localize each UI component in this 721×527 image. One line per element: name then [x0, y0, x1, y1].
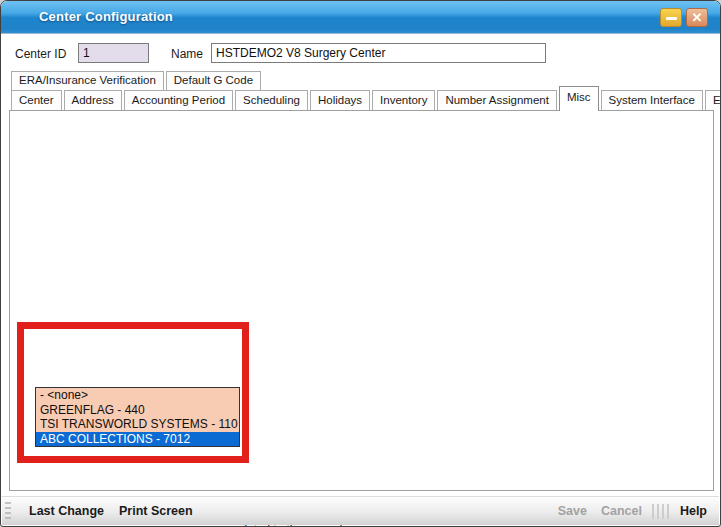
- tab-address[interactable]: Address: [64, 90, 122, 111]
- tab-center[interactable]: Center: [11, 90, 62, 111]
- tab-holidays[interactable]: Holidays: [310, 90, 370, 111]
- tab-number-assignment[interactable]: Number Assignment: [437, 90, 557, 111]
- name-label: Name: [171, 47, 203, 61]
- title-bar: Center Configuration ✕: [1, 1, 720, 34]
- tab-row-secondary: ERA/Insurance Verification Default G Cod…: [11, 71, 263, 90]
- grip-handle-icon: [5, 502, 11, 520]
- dropdown-option-abc-collections[interactable]: ABC COLLECTIONS - 7012: [36, 432, 239, 447]
- minimize-icon: [666, 17, 677, 20]
- save-button: Save: [558, 504, 587, 518]
- center-configuration-dialog: Center Configuration ✕ Center ID 1 Name …: [0, 0, 721, 527]
- close-button[interactable]: ✕: [686, 8, 708, 27]
- window-title: Center Configuration: [39, 9, 173, 24]
- tab-default-g-code[interactable]: Default G Code: [166, 71, 261, 90]
- tab-accounting-period[interactable]: Accounting Period: [124, 90, 233, 111]
- status-bar: Last Change Print Screen Save Cancel Hel…: [2, 496, 719, 525]
- dropdown-option-tsi-transworld[interactable]: TSI TRANSWORLD SYSTEMS - 110: [36, 417, 239, 432]
- tab-ecs-claim[interactable]: ECS Claim: [705, 90, 721, 111]
- print-screen-button[interactable]: Print Screen: [119, 504, 193, 518]
- tab-scheduling[interactable]: Scheduling: [235, 90, 308, 111]
- center-id-label: Center ID: [15, 47, 66, 61]
- dropdown-option-none[interactable]: - <none>: [36, 388, 239, 403]
- dropdown-option-greenflag[interactable]: GREENFLAG - 440: [36, 403, 239, 418]
- name-field[interactable]: HSTDEMO2 V8 Surgery Center: [211, 43, 546, 63]
- tab-misc[interactable]: Misc: [559, 86, 599, 111]
- collection-agency-dropdown-list: - <none> GREENFLAG - 440 TSI TRANSWORLD …: [35, 387, 240, 447]
- statusbar-separator: [652, 504, 672, 519]
- cancel-button: Cancel: [601, 504, 642, 518]
- tab-era-insurance-verification[interactable]: ERA/Insurance Verification: [11, 71, 164, 90]
- minimize-button[interactable]: [660, 8, 682, 27]
- close-icon: ✕: [687, 10, 707, 25]
- tab-row-primary: Center Address Accounting Period Schedul…: [11, 89, 721, 111]
- tab-inventory[interactable]: Inventory: [372, 90, 435, 111]
- help-button[interactable]: Help: [680, 504, 707, 518]
- last-change-button[interactable]: Last Change: [29, 504, 104, 518]
- center-id-field[interactable]: 1: [78, 43, 149, 63]
- tab-system-interface[interactable]: System Interface: [601, 90, 703, 111]
